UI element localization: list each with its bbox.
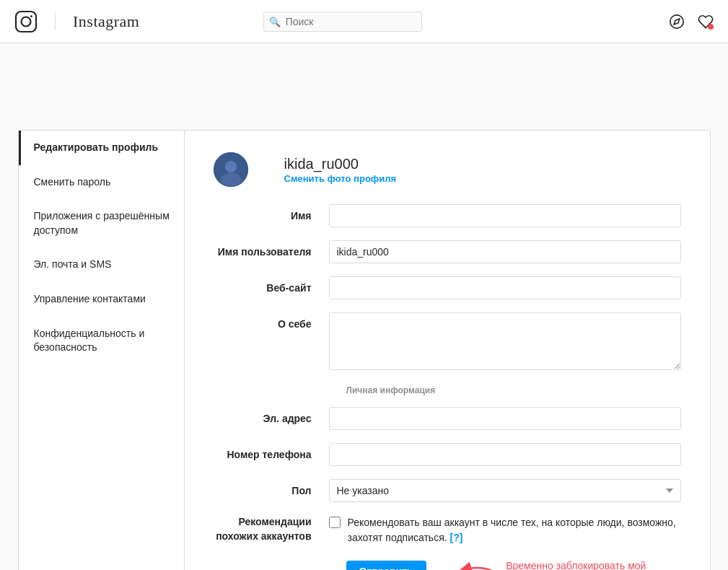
website-field [329, 276, 681, 299]
instagram-logo-icon [14, 10, 38, 33]
phone-row: Номер телефона [214, 443, 681, 466]
email-row: Эл. адрес [214, 407, 681, 430]
header-icons [669, 14, 714, 30]
profile-username: ikida_ru000 [284, 156, 397, 172]
username-field [329, 240, 681, 263]
compass-icon [669, 14, 685, 30]
avatar-image [214, 152, 248, 187]
logo-area: Instagram [14, 10, 139, 33]
website-input[interactable] [329, 276, 681, 299]
about-label: О себе [214, 312, 329, 330]
phone-input[interactable] [329, 443, 681, 466]
svg-point-7 [221, 172, 241, 187]
website-label: Веб-сайт [214, 276, 329, 294]
avatar-container [214, 152, 271, 187]
svg-point-2 [30, 15, 32, 17]
sidebar-item-change-password[interactable]: Сменить пароль [19, 165, 184, 200]
sidebar-item-email-sms[interactable]: Эл. почта и SMS [19, 247, 184, 282]
username-label: Имя пользователя [214, 240, 329, 258]
sidebar: Редактировать профиль Сменить пароль При… [19, 131, 185, 570]
search-icon: 🔍 [269, 16, 281, 27]
about-textarea[interactable] [329, 312, 681, 370]
heart-button[interactable] [698, 14, 714, 30]
gender-field-container: Не указано Мужской Женский Другой [329, 479, 681, 502]
svg-rect-0 [16, 12, 36, 32]
username-input[interactable] [329, 240, 681, 263]
about-field [329, 312, 681, 372]
name-label: Имя [214, 204, 329, 222]
submit-row: Отправить Временно заблокировать мой акк… [214, 560, 681, 570]
main-container: Редактировать профиль Сменить пароль При… [18, 130, 711, 570]
phone-label: Номер телефона [214, 443, 329, 460]
svg-point-6 [225, 161, 237, 172]
name-row: Имя [214, 204, 681, 227]
gender-row: Пол Не указано Мужской Женский Другой [214, 479, 681, 502]
red-arrow-icon [444, 561, 500, 570]
recommendation-row: Рекомендации похожих аккаунтов Рекомендо… [214, 515, 681, 545]
recommendation-text: Рекомендовать ваш аккаунт в числе тех, н… [348, 515, 681, 545]
recommendation-help-link[interactable]: [?] [450, 532, 463, 543]
compass-button[interactable] [669, 14, 685, 30]
username-row: Имя пользователя [214, 240, 681, 263]
change-photo-button[interactable]: Сменить фото профиля [284, 173, 397, 184]
svg-marker-4 [674, 19, 680, 25]
recommendation-label: Рекомендации похожих аккаунтов [214, 515, 329, 543]
email-field-container [329, 407, 681, 430]
brand-name: Instagram [73, 12, 139, 31]
email-label: Эл. адрес [214, 407, 329, 424]
logo-divider [55, 13, 56, 30]
recommendation-checkbox[interactable] [329, 517, 341, 528]
name-input[interactable] [329, 204, 681, 227]
block-account-link[interactable]: Временно заблокировать мой аккаунт [506, 560, 680, 570]
svg-point-3 [670, 14, 683, 27]
email-input[interactable] [329, 407, 681, 430]
phone-field-container [329, 443, 681, 466]
sidebar-item-edit-profile[interactable]: Редактировать профиль [19, 131, 184, 165]
header: Instagram 🔍 [0, 0, 728, 43]
avatar [214, 152, 248, 187]
recommendation-field: Рекомендовать ваш аккаунт в числе тех, н… [329, 515, 681, 545]
sidebar-item-privacy-security[interactable]: Конфиденциальность и безопасность [19, 317, 184, 365]
about-row: О себе [214, 312, 681, 372]
name-field [329, 204, 681, 227]
sidebar-item-authorized-apps[interactable]: Приложения с разрешённым доступом [19, 199, 184, 247]
sidebar-item-manage-contacts[interactable]: Управление контактами [19, 282, 184, 317]
profile-header: ikida_ru000 Сменить фото профиля [214, 152, 681, 187]
gender-label: Пол [214, 479, 329, 496]
search-input[interactable] [263, 12, 422, 32]
gender-select[interactable]: Не указано Мужской Женский Другой [329, 479, 681, 502]
content-area: ikida_ru000 Сменить фото профиля Имя Имя… [185, 131, 710, 570]
search-area: 🔍 [263, 12, 422, 32]
svg-point-1 [22, 17, 31, 26]
personal-info-label: Личная информация [214, 385, 681, 395]
notification-dot [708, 24, 714, 30]
arrow-decoration: Временно заблокировать мой аккаунт [444, 560, 681, 570]
profile-info: ikida_ru000 Сменить фото профиля [284, 156, 397, 184]
submit-button[interactable]: Отправить [346, 561, 426, 570]
website-row: Веб-сайт [214, 276, 681, 299]
